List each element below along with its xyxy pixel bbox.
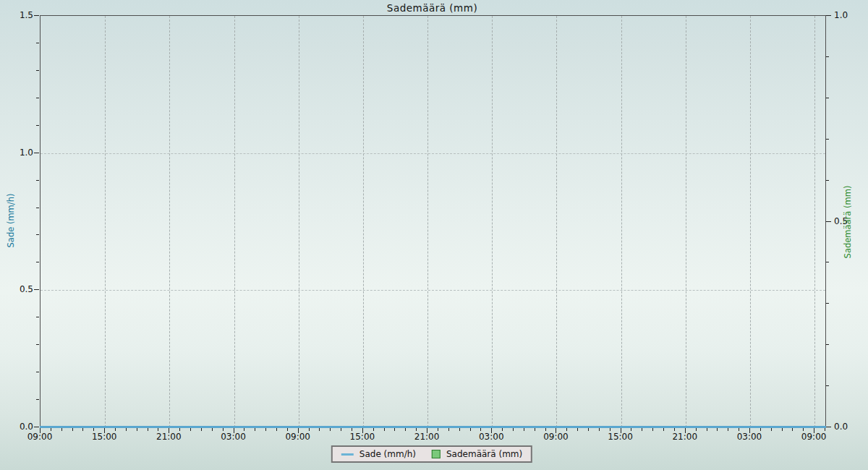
y-left-tick-label: 1.0 (4, 148, 33, 158)
y-left-minor-tick (36, 43, 39, 43)
x-minor-tick (825, 428, 825, 431)
vertical-gridline (750, 16, 751, 427)
x-minor-tick (771, 428, 772, 431)
sade-zero-data-line (40, 426, 826, 428)
horizontal-gridline (41, 153, 825, 154)
x-major-tick (491, 428, 492, 433)
x-minor-tick (148, 428, 148, 431)
x-minor-tick (663, 428, 664, 431)
x-minor-tick (588, 428, 589, 431)
x-minor-tick (502, 428, 503, 431)
x-minor-tick (577, 428, 578, 431)
x-minor-tick (309, 428, 310, 431)
y-left-minor-tick (36, 125, 39, 126)
right-axis-label: Sademäärä (mm) (843, 186, 853, 259)
chart-title: Sademäärä (mm) (0, 2, 864, 14)
x-major-tick (749, 428, 750, 433)
vertical-gridline (621, 16, 622, 427)
x-minor-tick (255, 428, 255, 431)
blue-line-marker-icon (341, 453, 354, 456)
y-right-tick-label: 0.0 (834, 422, 863, 432)
y-left-minor-tick (36, 98, 39, 98)
x-tick-label: 15:00 (88, 432, 120, 442)
x-minor-tick (72, 428, 73, 431)
precipitation-chart: Sademäärä (mm) 09:0015:0021:0003:0009:00… (0, 0, 868, 470)
x-minor-tick (448, 428, 449, 431)
y-right-major-tick (826, 427, 831, 427)
x-minor-tick (696, 428, 697, 431)
x-minor-tick (265, 428, 266, 431)
vertical-gridline (105, 16, 106, 427)
x-minor-tick (201, 428, 202, 431)
y-left-minor-tick (36, 70, 39, 71)
x-minor-tick (82, 428, 83, 431)
x-minor-tick (319, 428, 320, 431)
x-minor-tick (51, 428, 51, 431)
x-minor-tick (137, 428, 137, 431)
x-tick-label: 09:00 (282, 432, 314, 442)
legend-label-sademaara: Sademäärä (mm) (446, 449, 522, 459)
y-right-minor-tick (826, 344, 829, 345)
x-minor-tick (276, 428, 277, 431)
x-minor-tick (782, 428, 783, 431)
x-minor-tick (599, 428, 600, 431)
x-minor-tick (524, 428, 524, 431)
grid-layer (41, 16, 825, 427)
x-minor-tick (352, 428, 352, 431)
y-left-minor-tick (36, 344, 39, 345)
y-right-minor-tick (826, 98, 829, 98)
x-tick-label: 03:00 (475, 432, 507, 442)
y-left-minor-tick (36, 317, 39, 317)
x-minor-tick (610, 428, 610, 431)
x-minor-tick (566, 428, 567, 431)
vertical-gridline (427, 16, 428, 427)
legend: Sade (mm/h) Sademäärä (mm) (331, 445, 532, 463)
y-left-minor-tick (36, 399, 39, 400)
x-major-tick (814, 428, 814, 433)
x-minor-tick (93, 428, 94, 431)
y-left-major-tick (34, 427, 39, 427)
vertical-gridline (686, 16, 686, 427)
y-right-minor-tick (826, 385, 829, 386)
x-tick-label: 09:00 (540, 432, 571, 442)
x-minor-tick (459, 428, 460, 431)
x-minor-tick (717, 428, 718, 431)
x-tick-label: 21:00 (669, 432, 701, 442)
x-minor-tick (631, 428, 631, 431)
y-right-minor-tick (826, 56, 829, 57)
vertical-gridline (814, 16, 815, 427)
x-minor-tick (115, 428, 116, 431)
x-major-tick (40, 428, 41, 433)
vertical-gridline (363, 16, 364, 427)
x-minor-tick (739, 428, 739, 431)
x-major-tick (362, 428, 363, 433)
x-major-tick (685, 428, 686, 433)
x-minor-tick (330, 428, 331, 431)
x-tick-label: 09:00 (798, 432, 830, 442)
vertical-gridline (556, 16, 557, 427)
vertical-gridline (169, 16, 170, 427)
x-major-tick (621, 428, 621, 433)
y-left-tick-label: 0.5 (4, 284, 33, 294)
x-minor-tick (416, 428, 417, 431)
plot-area (40, 15, 826, 428)
y-left-tick-label: 0.0 (4, 422, 33, 432)
x-minor-tick (513, 428, 514, 431)
x-minor-tick (642, 428, 642, 431)
x-minor-tick (792, 428, 793, 431)
y-right-minor-tick (826, 262, 829, 262)
x-minor-tick (373, 428, 374, 431)
x-major-tick (298, 428, 299, 433)
x-minor-tick (803, 428, 804, 431)
y-right-major-tick (826, 15, 831, 16)
legend-item-sademaara: Sademäärä (mm) (432, 449, 522, 459)
x-minor-tick (652, 428, 653, 431)
green-square-marker-icon (432, 450, 441, 458)
x-minor-tick (223, 428, 224, 431)
x-minor-tick (707, 428, 707, 431)
x-minor-tick (126, 428, 127, 431)
x-minor-tick (405, 428, 406, 431)
x-major-tick (104, 428, 105, 433)
x-minor-tick (158, 428, 158, 431)
x-minor-tick (545, 428, 546, 431)
